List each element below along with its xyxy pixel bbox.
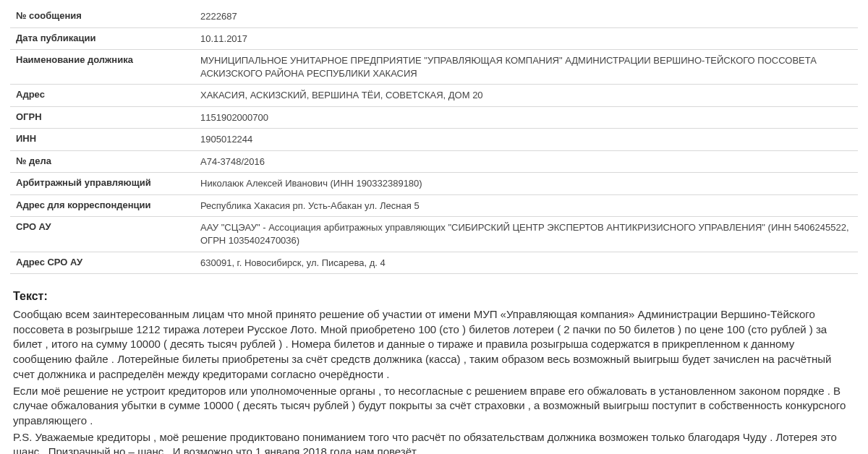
row-label: Наименование должника [10, 50, 195, 85]
details-table: № сообщения2222687Дата публикации10.11.2… [10, 6, 858, 274]
row-label: Арбитражный управляющий [10, 173, 195, 195]
table-row: СРО АУААУ "СЦЭАУ" - Ассоциация арбитражн… [10, 217, 858, 252]
row-label: ИНН [10, 129, 195, 151]
row-value: ХАКАСИЯ, АСКИЗСКИЙ, ВЕРШИНА ТЁИ, СОВЕТСК… [195, 85, 858, 107]
row-value: МУНИЦИПАЛЬНОЕ УНИТАРНОЕ ПРЕДПРИЯТИЕ "УПР… [195, 50, 858, 85]
text-section: Текст: Сообщаю всем заинтересованным лиц… [10, 290, 858, 454]
text-paragraph: P.S. Уважаемые кредиторы , моё решение п… [13, 430, 855, 454]
row-value: Республика Хакасия рп. Усть-Абакан ул. Л… [195, 194, 858, 217]
row-value: ААУ "СЦЭАУ" - Ассоциация арбитражных упр… [195, 217, 858, 252]
text-body: Сообщаю всем заинтересованным лицам что … [13, 307, 855, 454]
table-row: ОГРН1151902000700 [10, 106, 858, 129]
row-label: СРО АУ [10, 217, 195, 252]
row-value: 630091, г. Новосибирск, ул. Писарева, д.… [195, 252, 858, 274]
row-label: № дела [10, 150, 195, 173]
table-row: № делаА74-3748/2016 [10, 150, 858, 173]
details-table-body: № сообщения2222687Дата публикации10.11.2… [10, 6, 858, 274]
table-row: Арбитражный управляющийНиколаюк Алексей … [10, 173, 858, 195]
row-value: Николаюк Алексей Иванович (ИНН 190332389… [195, 173, 858, 195]
table-row: Адрес для корреспонденцииРеспублика Хака… [10, 194, 858, 217]
row-value: 2222687 [195, 6, 858, 27]
row-label: Адрес [10, 85, 195, 107]
table-row: ИНН1905012244 [10, 129, 858, 151]
row-label: Адрес СРО АУ [10, 252, 195, 274]
text-paragraph: Если моё решение не устроит кредиторов и… [13, 384, 855, 429]
row-value: 1151902000700 [195, 106, 858, 129]
table-row: № сообщения2222687 [10, 6, 858, 27]
row-value: А74-3748/2016 [195, 150, 858, 173]
text-heading: Текст: [13, 290, 855, 303]
table-row: Дата публикации10.11.2017 [10, 27, 858, 50]
row-value: 10.11.2017 [195, 27, 858, 50]
table-row: Наименование должникаМУНИЦИПАЛЬНОЕ УНИТА… [10, 50, 858, 85]
table-row: Адрес СРО АУ630091, г. Новосибирск, ул. … [10, 252, 858, 274]
table-row: АдресХАКАСИЯ, АСКИЗСКИЙ, ВЕРШИНА ТЁИ, СО… [10, 85, 858, 107]
text-paragraph: Сообщаю всем заинтересованным лицам что … [13, 307, 855, 382]
row-value: 1905012244 [195, 129, 858, 151]
row-label: Адрес для корреспонденции [10, 194, 195, 217]
row-label: ОГРН [10, 106, 195, 129]
row-label: Дата публикации [10, 27, 195, 50]
row-label: № сообщения [10, 6, 195, 27]
